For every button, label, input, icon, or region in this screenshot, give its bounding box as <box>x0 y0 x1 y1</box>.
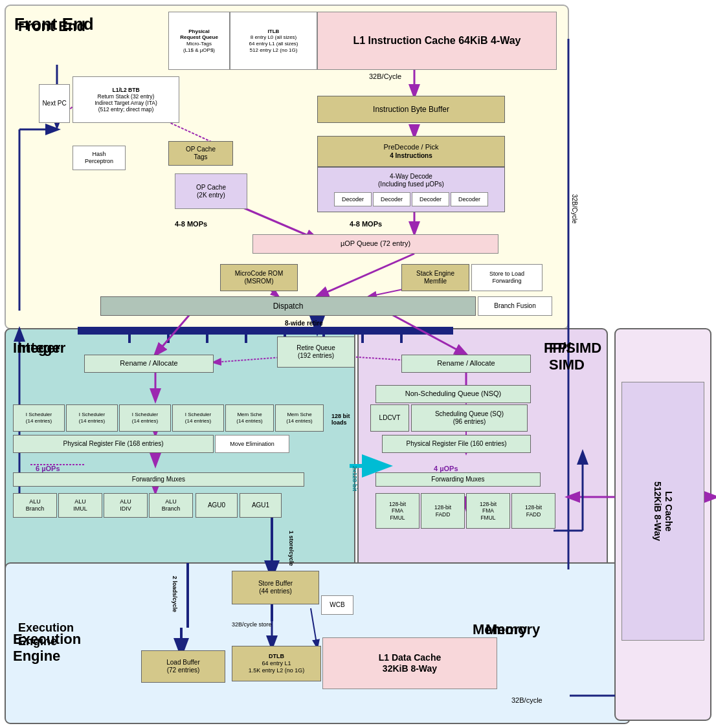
isch1-box: I Scheduler(14 entries) <box>13 404 65 432</box>
l1icache-box: L1 Instruction Cache 64KiB 4-Way <box>317 12 557 70</box>
fadd1-box: 128-bitFADD <box>421 493 465 529</box>
opcachetags-box: OP CacheTags <box>168 141 233 166</box>
integer-big-label: Integer <box>13 340 60 357</box>
hashperceptron-box: HashPerceptron <box>73 146 126 170</box>
32bcycle-right-label: 32B/Cycle <box>571 194 578 224</box>
agu0-box: AGU0 <box>196 493 238 518</box>
alu-branch1-box: ALUBranch <box>13 493 57 518</box>
predecode-box: PreDecode / Pick 4 Instructions <box>317 136 505 167</box>
l2cache-box: L2 Cache512KiB 8-Way <box>621 382 704 641</box>
msrom-box: MicroCode ROM(MSROM) <box>220 264 298 291</box>
storetoload-box: Store to LoadForwarding <box>471 264 543 291</box>
agu1-box: AGU1 <box>240 493 282 518</box>
l1dcache-box: L1 Data Cache32KiB 8-Way <box>322 637 497 689</box>
retirequeue-box: Retire Queue(192 entries) <box>277 336 355 368</box>
wcb-box: WCB <box>321 595 353 615</box>
8wide-retire-label: 8-wide retire <box>285 320 323 327</box>
fadd2-box: 128-bitFADD <box>511 493 555 529</box>
memsch2-box: Mem Sche(14 entries) <box>275 404 324 432</box>
fma1-box: 128-bitFMAFMUL <box>375 493 420 529</box>
cpu-diagram: Front End Integer FP/SIMD ExecutionEngin… <box>0 0 716 728</box>
ibb-box: Instruction Byte Buffer <box>317 96 505 123</box>
moveelim-box: Move Elimination <box>215 435 289 453</box>
loadbuffer-box: Load Buffer(72 entries) <box>141 650 225 683</box>
fpsimd-big-label: FP/SIMD <box>549 340 585 373</box>
4to8mops-label: 4-8 MOPs <box>350 220 382 228</box>
alu-branch2-box: ALUBranch <box>149 493 193 518</box>
2x128bit-label: 2x128-bit <box>352 466 358 544</box>
memory-big-label: Memory <box>473 621 527 638</box>
sq-box: Scheduling Queue (SQ)(96 entries) <box>411 404 528 432</box>
btb-box: L1/L2 BTB Return Stack (32 entry) Indire… <box>73 76 179 123</box>
opcache-box: OP Cache(2K entry) <box>175 173 247 209</box>
svg-line-51 <box>155 309 194 355</box>
isch4-box: I Scheduler(14 entries) <box>172 404 224 432</box>
nextpc-box: Next PC <box>39 84 70 123</box>
4uops-label: 4 µOPs <box>434 465 458 472</box>
rename-alloc-int: Rename / Allocate <box>84 355 214 373</box>
2loads-cycle-label: 2 loads/cycle <box>172 576 178 641</box>
storebuffer-box: Store Buffer(44 entries) <box>232 571 319 604</box>
nsq-box: Non-Scheduling Queue (NSQ) <box>375 385 531 403</box>
6uops-label: 6 µOPs <box>36 465 60 472</box>
frontend-title: Front End <box>14 14 94 34</box>
fma2-box: 128-bitFMAFMUL <box>466 493 510 529</box>
rename-alloc-fp: Rename / Allocate <box>401 355 531 373</box>
svg-rect-22 <box>78 327 453 335</box>
svg-line-45 <box>311 608 317 647</box>
dispatch-box: Dispatch <box>100 296 476 316</box>
physreqqueue-box: PhysicalRequest Queue Micro-Tags(L1$ & µ… <box>168 12 230 70</box>
4to8mops2-label: 4-8 MOPs <box>175 220 207 228</box>
decode4way-box: 4-Way Decode (Including fused µOPs) Deco… <box>317 167 505 212</box>
128bit-loads-label: 128 bitloads <box>331 413 350 426</box>
stackengine-box: Stack EngineMemfile <box>401 264 469 291</box>
32bcycle-bottom-label: 32B/cycle <box>511 696 543 704</box>
execengine-big-label: ExecutionEngine <box>13 631 81 665</box>
uopqueue-box: µOP Queue (72 entry) <box>252 234 498 254</box>
isch3-box: I Scheduler(14 entries) <box>119 404 171 432</box>
branchfusion-box: Branch Fusion <box>478 296 552 316</box>
ldcvt-box: LDCVT <box>370 404 409 432</box>
fwdmux-int-box: Forwarding Muxes <box>13 472 304 487</box>
fwdmux-fp-box: Forwarding Muxes <box>375 472 541 487</box>
svg-line-9 <box>317 254 414 296</box>
prf-int-box: Physical Register File (168 entries) <box>13 435 214 453</box>
alu-imul-box: ALUIMUL <box>58 493 102 518</box>
itlb-box: ITLB 8 entry L0 (all sizes) 64 entry L1 … <box>230 12 317 70</box>
prf-fp-box: Physical Register File (160 entries) <box>382 435 531 453</box>
memsch1-box: Mem Sche(14 entries) <box>225 404 274 432</box>
32bcycle-top: 32B/Cycle <box>369 72 401 80</box>
32bcycle-store-label: 32B/cycle store <box>232 621 272 628</box>
alu-idiv-box: ALUIDIV <box>104 493 148 518</box>
svg-line-52 <box>382 309 466 355</box>
isch2-box: I Scheduler(14 entries) <box>66 404 118 432</box>
dtlb-box: DTLB 64 entry L1 1.5K entry L2 (no 1G) <box>232 646 321 681</box>
